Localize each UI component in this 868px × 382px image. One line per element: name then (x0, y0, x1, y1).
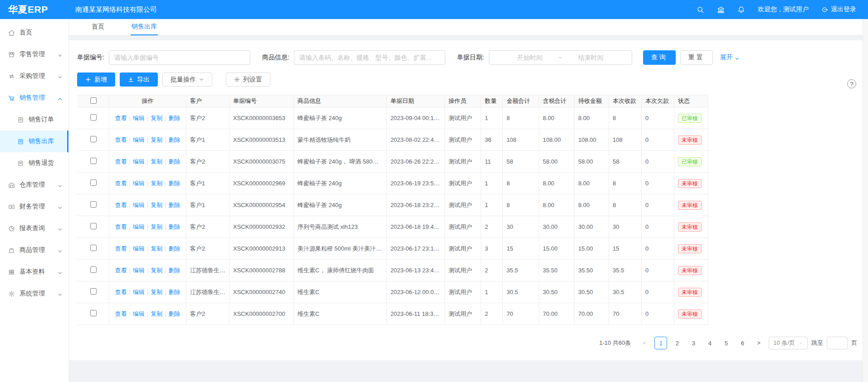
sidebar-item-采购管理[interactable]: 采购管理 (0, 65, 68, 87)
platform-icon[interactable] (717, 6, 725, 14)
export-button[interactable]: 导出 (120, 73, 158, 87)
action-delete-link[interactable]: 删除 (169, 136, 180, 143)
bill-no-cell: XSCK00000002954 (229, 194, 294, 216)
action-view-link[interactable]: 查看 (115, 136, 127, 143)
action-edit-link[interactable]: 编辑 (133, 158, 145, 165)
row-checkbox[interactable] (90, 179, 97, 186)
action-delete-link[interactable]: 删除 (169, 223, 180, 230)
action-copy-link[interactable]: 复制 (151, 202, 162, 208)
action-view-link[interactable]: 查看 (115, 267, 127, 274)
action-delete-link[interactable]: 删除 (169, 115, 180, 121)
start-date-input[interactable] (503, 54, 557, 61)
notification-bell-icon[interactable] (737, 6, 745, 14)
row-checkbox[interactable] (90, 201, 97, 208)
sidebar-item-销售管理[interactable]: 销售管理 (0, 87, 68, 109)
search-button[interactable]: 查询 (643, 50, 676, 65)
action-edit-link[interactable]: 编辑 (133, 310, 145, 317)
action-copy-link[interactable]: 复制 (151, 115, 162, 121)
action-edit-link[interactable]: 编辑 (133, 289, 145, 295)
action-view-link[interactable]: 查看 (115, 289, 127, 295)
action-edit-link[interactable]: 编辑 (133, 115, 145, 121)
action-edit-link[interactable]: 编辑 (133, 223, 145, 230)
pagination-prev-button[interactable]: < (638, 337, 651, 349)
action-copy-link[interactable]: 复制 (151, 289, 162, 295)
action-view-link[interactable]: 查看 (115, 310, 127, 317)
batch-actions-dropdown[interactable]: 批量操作 (162, 73, 212, 87)
sidebar-item-仓库管理[interactable]: 仓库管理 (0, 174, 68, 196)
pagination-page-3[interactable]: 3 (687, 337, 700, 349)
action-edit-link[interactable]: 编辑 (133, 180, 145, 187)
action-copy-link[interactable]: 复制 (151, 267, 162, 274)
reset-button[interactable]: 重置 (680, 50, 713, 65)
sidebar-item-财务管理[interactable]: 财务管理 (0, 196, 68, 218)
action-edit-link[interactable]: 编辑 (133, 267, 145, 274)
page-size-select[interactable]: 10 条/页 (769, 337, 808, 349)
row-checkbox[interactable] (90, 136, 97, 142)
sidebar-item-零售管理[interactable]: 零售管理 (0, 44, 68, 65)
action-copy-link[interactable]: 复制 (151, 158, 162, 165)
action-delete-link[interactable]: 删除 (169, 245, 180, 252)
action-delete-link[interactable]: 删除 (169, 202, 180, 208)
tab-销售出库[interactable]: 销售出库 (131, 19, 158, 35)
action-view-link[interactable]: 查看 (115, 223, 127, 230)
row-checkbox[interactable] (90, 114, 97, 121)
sidebar-item-系统管理[interactable]: 系统管理 (0, 283, 68, 305)
action-copy-link[interactable]: 复制 (151, 310, 162, 317)
row-checkbox[interactable] (90, 266, 97, 273)
window-scrollbar[interactable] (863, 19, 868, 382)
sidebar-item-报表查询[interactable]: 报表查询 (0, 218, 68, 239)
action-delete-link[interactable]: 删除 (169, 267, 180, 274)
action-view-link[interactable]: 查看 (115, 245, 127, 252)
row-checkbox[interactable] (90, 158, 97, 164)
action-edit-link[interactable]: 编辑 (133, 136, 145, 143)
add-button[interactable]: 新增 (77, 73, 115, 87)
action-delete-link[interactable]: 删除 (169, 180, 180, 187)
tab-首页[interactable]: 首页 (91, 19, 105, 35)
action-copy-link[interactable]: 复制 (151, 136, 162, 143)
row-checkbox-cell (78, 173, 109, 194)
pagination-next-button[interactable]: > (752, 337, 765, 349)
sidebar-item-商品管理[interactable]: 商品管理 (0, 239, 68, 261)
column-settings-button[interactable]: 列设置 (226, 73, 270, 87)
action-view-link[interactable]: 查看 (115, 202, 127, 208)
end-date-input[interactable] (564, 54, 618, 61)
sidebar-item-销售出库[interactable]: 销售出库 (0, 131, 68, 152)
sidebar-item-label: 系统管理 (20, 290, 45, 298)
expand-filters-link[interactable]: 展开 (720, 53, 740, 62)
pagination-page-2[interactable]: 2 (671, 337, 683, 349)
action-view-link[interactable]: 查看 (115, 158, 127, 165)
pagination-page-5[interactable]: 5 (720, 337, 732, 349)
sidebar-item-销售订单[interactable]: 销售订单 (0, 109, 68, 131)
action-view-link[interactable]: 查看 (115, 180, 127, 187)
customer-cell: 客户2 (186, 107, 229, 129)
action-copy-link[interactable]: 复制 (151, 223, 162, 230)
action-edit-link[interactable]: 编辑 (133, 245, 145, 252)
sidebar-item-基本资料[interactable]: 基本资料 (0, 261, 68, 283)
row-checkbox[interactable] (90, 245, 97, 251)
jump-page-input[interactable] (827, 337, 848, 349)
action-copy-link[interactable]: 复制 (151, 180, 162, 187)
action-delete-link[interactable]: 删除 (169, 158, 180, 165)
search-icon[interactable] (697, 6, 704, 14)
help-button[interactable]: ? (847, 79, 856, 88)
sidebar-item-销售退货[interactable]: 销售退货 (0, 152, 68, 174)
select-all-checkbox[interactable] (90, 97, 97, 104)
action-delete-link[interactable]: 删除 (169, 310, 180, 317)
logout-button[interactable]: 退出登录 (821, 5, 856, 14)
action-copy-link[interactable]: 复制 (151, 245, 162, 252)
row-checkbox[interactable] (90, 288, 97, 295)
row-checkbox[interactable] (90, 223, 97, 229)
bill-no-input[interactable] (109, 50, 250, 65)
pagination-page-4[interactable]: 4 (703, 337, 716, 349)
action-separator: | (165, 202, 166, 208)
date-range-picker[interactable]: ~ (489, 50, 632, 65)
sidebar-item-首页[interactable]: 首页 (0, 22, 68, 44)
row-checkbox[interactable] (90, 310, 97, 316)
status-cell: 未审核 (674, 129, 708, 151)
product-info-input[interactable] (294, 50, 445, 65)
pagination-page-6[interactable]: 6 (736, 337, 749, 349)
pagination-page-1[interactable]: 1 (654, 337, 667, 349)
action-delete-link[interactable]: 删除 (169, 289, 180, 295)
action-edit-link[interactable]: 编辑 (133, 202, 145, 208)
action-view-link[interactable]: 查看 (115, 115, 127, 121)
